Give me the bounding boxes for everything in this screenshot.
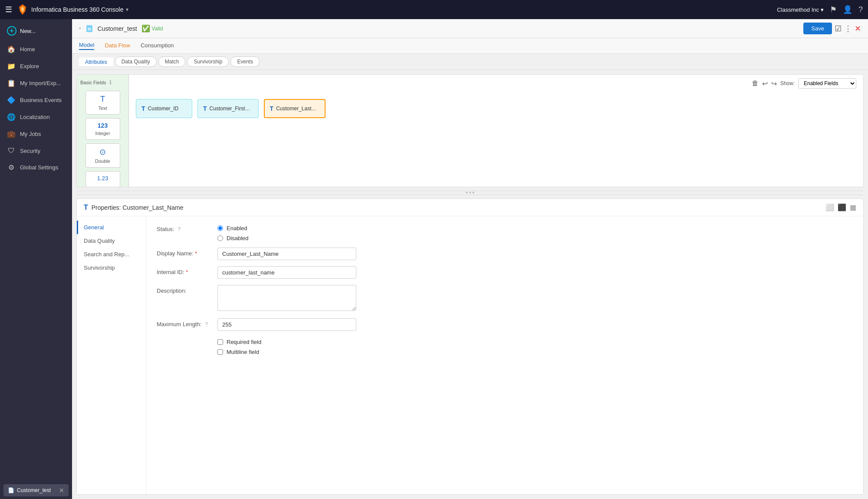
field-card-customer-last-name[interactable]: T Customer_Last_Na... xyxy=(264,99,326,118)
props-nav-survivorship[interactable]: Survivorship xyxy=(77,261,146,274)
field-type-integer[interactable]: 123 Integer xyxy=(85,118,120,140)
status-help-icon[interactable]: ? xyxy=(178,226,181,232)
top-navigation: ☰ Informatica Business 360 Console ▾ Cla… xyxy=(0,0,868,19)
basic-fields-help-icon[interactable]: ℹ xyxy=(109,79,112,86)
status-enabled-radio[interactable]: Enabled xyxy=(217,225,249,231)
props-nav-search-and-rep[interactable]: Search and Rep... xyxy=(77,248,146,261)
multiline-field-checkbox[interactable] xyxy=(217,349,223,355)
brand-dropdown-icon[interactable]: ▾ xyxy=(126,7,128,13)
field-card-name-1: Customer_ID xyxy=(148,106,179,112)
tab-consumption[interactable]: Consumption xyxy=(141,42,174,50)
multiline-field-checkbox-item[interactable]: Multiline field xyxy=(217,349,261,355)
props-nav-data-quality[interactable]: Data Quality xyxy=(77,234,146,248)
layout-split-v-button[interactable]: ▦ xyxy=(850,203,856,211)
delete-field-button[interactable]: 🗑 xyxy=(752,79,759,87)
field-type-double[interactable]: ⊙ Double xyxy=(85,143,120,168)
help-icon[interactable]: ? xyxy=(858,5,863,14)
properties-body: General Data Quality Search and Rep... S… xyxy=(77,216,863,494)
hamburger-menu-icon[interactable]: ☰ xyxy=(5,5,12,14)
sidebar-explore-label: Explore xyxy=(20,63,39,69)
double-type-label: Double xyxy=(95,159,110,164)
props-type-icon: T xyxy=(84,204,88,211)
max-length-input[interactable] xyxy=(217,318,356,331)
display-name-row: Display Name: * xyxy=(157,248,853,260)
sidebar-active-tab[interactable]: 📄 Customer_test ✕ xyxy=(3,484,69,496)
display-name-control xyxy=(217,248,356,260)
home-icon: 🏠 xyxy=(7,45,16,53)
sub-tab-attributes[interactable]: Attributes xyxy=(79,57,113,66)
sidebar-item-global-settings[interactable]: ⚙ Global Settings xyxy=(0,159,72,176)
undo-button[interactable]: ↩ xyxy=(762,79,768,88)
more-options-button[interactable]: ⋮ xyxy=(844,24,852,33)
flag-icon[interactable]: ⚑ xyxy=(830,5,837,14)
status-row: Status: ? Enabled Disabled xyxy=(157,223,853,241)
sidebar-item-my-jobs[interactable]: 💼 My Jobs xyxy=(0,126,72,142)
max-length-help-icon[interactable]: ? xyxy=(205,321,208,327)
internal-id-row: Internal ID: * xyxy=(157,266,853,279)
field-card-text-icon-2: T xyxy=(203,105,207,112)
tab-data-flow[interactable]: Data Flow xyxy=(105,42,130,50)
global-settings-icon: ⚙ xyxy=(7,163,16,172)
checkboxes-spacer xyxy=(157,337,217,340)
sidebar-item-business-events[interactable]: 🔷 Business Events xyxy=(0,92,72,109)
display-name-required: * xyxy=(195,250,197,257)
field-card-customer-id[interactable]: T Customer_ID xyxy=(136,99,192,118)
org-selector[interactable]: Classmethod Inc ▾ xyxy=(777,7,824,13)
description-control xyxy=(217,285,356,312)
props-nav-general[interactable]: General xyxy=(77,221,146,234)
disabled-radio-input[interactable] xyxy=(217,235,223,241)
brand-name: Informatica Business 360 Console xyxy=(31,6,123,13)
sidebar-item-home[interactable]: 🏠 Home xyxy=(0,41,72,58)
field-card-customer-first-name[interactable]: T Customer_First_Na... xyxy=(197,99,259,118)
required-field-label: Required field xyxy=(227,339,261,345)
field-type-decimal[interactable]: 1.23 xyxy=(85,171,120,187)
status-disabled-radio[interactable]: Disabled xyxy=(217,235,249,241)
layout-split-top-button[interactable]: ⬜ xyxy=(825,203,834,211)
internal-id-label: Internal ID: * xyxy=(157,266,217,275)
check-edit-icon-button[interactable]: ☑ xyxy=(835,24,842,33)
tab-model[interactable]: Model xyxy=(79,42,94,50)
required-field-checkbox[interactable] xyxy=(217,339,223,345)
brand-logo[interactable]: Informatica Business 360 Console ▾ xyxy=(16,3,128,16)
max-length-control xyxy=(217,318,356,331)
save-button[interactable]: Save xyxy=(803,23,832,34)
field-card-name-3: Customer_Last_Na... xyxy=(276,106,319,112)
content-topbar: • M Customer_test ✅ Valid Save ☑ ⋮ ✕ xyxy=(72,19,868,38)
topbar-actions: Save ☑ ⋮ ✕ xyxy=(803,23,861,34)
sub-tab-match[interactable]: Match xyxy=(158,56,186,67)
sidebar-security-label: Security xyxy=(20,148,40,154)
sidebar-item-explore[interactable]: 📁 Explore xyxy=(0,58,72,75)
import-icon: 📋 xyxy=(7,79,16,87)
sub-tab-events[interactable]: Events xyxy=(230,56,260,67)
resize-handle[interactable]: • • • xyxy=(76,191,864,195)
properties-panel: T Properties: Customer_Last_Name ⬜ ⬛ ▦ G… xyxy=(76,198,864,495)
valid-badge: ✅ Valid xyxy=(141,24,163,33)
redo-button[interactable]: ↪ xyxy=(771,79,777,88)
checkboxes-row: Required field Multiline field xyxy=(157,337,853,355)
layout-split-h-button[interactable]: ⬛ xyxy=(838,203,846,211)
sidebar-item-security[interactable]: 🛡 Security xyxy=(0,142,72,159)
description-textarea[interactable] xyxy=(217,285,356,311)
sidebar-item-localization[interactable]: 🌐 Localization xyxy=(0,109,72,126)
user-icon[interactable]: 👤 xyxy=(843,5,852,14)
required-field-checkbox-item[interactable]: Required field xyxy=(217,339,261,345)
my-jobs-icon: 💼 xyxy=(7,130,16,138)
properties-title: Properties: Customer_Last_Name xyxy=(92,204,184,211)
close-button[interactable]: ✕ xyxy=(855,24,861,33)
internal-id-input[interactable] xyxy=(217,266,356,279)
text-type-icon: T xyxy=(100,95,105,104)
sidebar-item-import[interactable]: 📋 My Import/Exp... xyxy=(0,75,72,92)
text-type-label: Text xyxy=(98,106,107,111)
integer-type-icon: 123 xyxy=(98,122,108,129)
sidebar-tab-close-icon[interactable]: ✕ xyxy=(59,487,64,494)
sub-tab-survivorship[interactable]: Survivorship xyxy=(187,56,229,67)
sub-tab-data-quality[interactable]: Data Quality xyxy=(115,56,157,67)
field-card-name-2: Customer_First_Na... xyxy=(210,106,253,112)
new-button[interactable]: + New... xyxy=(0,23,72,39)
show-dropdown[interactable]: Enabled Fields xyxy=(798,78,856,89)
svg-text:M: M xyxy=(88,27,91,31)
description-row: Description: xyxy=(157,285,853,312)
field-type-text[interactable]: T Text xyxy=(85,91,120,115)
display-name-input[interactable] xyxy=(217,248,356,260)
enabled-radio-input[interactable] xyxy=(217,225,223,231)
